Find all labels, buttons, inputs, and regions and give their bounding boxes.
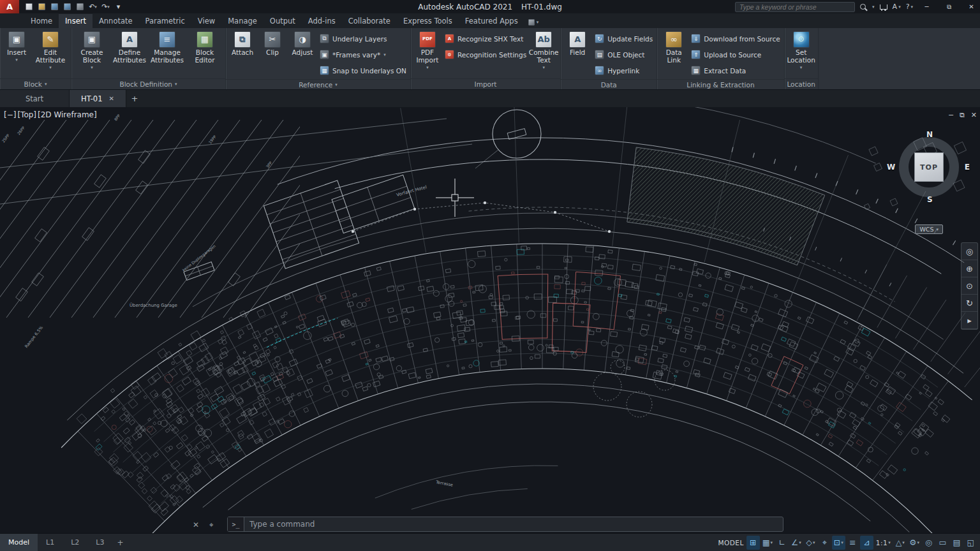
showmotion-icon[interactable]: ▸ xyxy=(961,312,977,329)
pan-icon[interactable]: ⊕ xyxy=(961,260,977,277)
ole-object-button[interactable]: ▤ OLE Object xyxy=(595,47,653,62)
ribbon-tab-featured-apps[interactable]: Featured Apps xyxy=(459,14,524,28)
layout-tab-l2[interactable]: L2 xyxy=(63,534,87,551)
ribbon-tab-home[interactable]: Home xyxy=(24,14,59,28)
layout-tab-l1[interactable]: L1 xyxy=(38,534,63,551)
viewport-minimize-button[interactable]: ─ xyxy=(949,111,953,119)
save-button[interactable] xyxy=(49,2,60,11)
update-fields-button[interactable]: ↻ Update Fields xyxy=(595,31,653,46)
redo-button[interactable]: ↷▾ xyxy=(100,2,111,11)
create-block-button[interactable]: ▣ Create Block ▾ xyxy=(74,30,110,78)
command-customize-icon[interactable]: ⌖ xyxy=(209,520,214,529)
units-badge[interactable]: ▭ xyxy=(936,536,949,550)
viewport-restore-button[interactable]: ⧉ xyxy=(960,111,965,119)
panel-title-reference[interactable]: Reference▾ xyxy=(226,79,410,89)
pdf-import-button[interactable]: PDF PDF Import ▾ xyxy=(413,30,442,78)
panel-title-linking-extraction[interactable]: Linking & Extraction xyxy=(657,79,783,89)
osnap-tracking-toggle[interactable]: ⌖ xyxy=(818,536,831,550)
attach-button[interactable]: ⧉ Attach xyxy=(228,30,256,79)
ribbon-tab-manage[interactable]: Manage xyxy=(221,14,264,28)
set-location-button[interactable]: ⊙ Set Location ▾ xyxy=(787,30,815,78)
dynamic-input-toggle[interactable]: ⊿ xyxy=(860,536,873,550)
new-layout-button[interactable]: + xyxy=(112,538,128,547)
layout-tab-l3[interactable]: L3 xyxy=(87,534,112,551)
plot-button[interactable] xyxy=(75,2,85,11)
layout-tab-model[interactable]: Model xyxy=(0,534,38,551)
sign-in-button[interactable]: ▾ xyxy=(871,4,875,10)
command-close-icon[interactable]: ✕ xyxy=(193,520,199,529)
viewcube[interactable]: N W E S TOP xyxy=(895,133,963,202)
app-store-cart-icon[interactable] xyxy=(880,4,887,10)
viewcube-west[interactable]: W xyxy=(887,163,895,172)
object-snap-toggle[interactable]: ⊡▾ xyxy=(832,536,845,550)
hyperlink-button[interactable]: ∞ Hyperlink xyxy=(595,63,653,78)
wcs-selector[interactable]: WCS ▾ xyxy=(915,224,943,234)
ribbon-tab-add-ins[interactable]: Add-ins xyxy=(302,14,342,28)
viewport-view-control[interactable]: [Top] xyxy=(17,110,36,119)
graphics-performance-toggle[interactable]: ▤ xyxy=(950,536,963,550)
panel-title-block-definition[interactable]: Block Definition▾ xyxy=(71,78,225,89)
viewport-close-button[interactable]: ✕ xyxy=(971,111,977,119)
edit-attribute-button[interactable]: ✎ Edit Attribute ▾ xyxy=(33,30,68,78)
manage-attributes-button[interactable]: ≡ Manage Attributes xyxy=(149,30,185,78)
annotation-autoscale-toggle[interactable]: △▾ xyxy=(893,536,907,550)
save-as-button[interactable] xyxy=(62,2,73,11)
ribbon-tab-express-tools[interactable]: Express Tools xyxy=(397,14,459,28)
orbit-icon[interactable]: ↻ xyxy=(961,295,977,312)
ribbon-tab-view[interactable]: View xyxy=(191,14,221,28)
file-tab-doc[interactable]: HT-01 ✕ xyxy=(70,90,126,107)
ribbon-tab-output[interactable]: Output xyxy=(264,14,302,28)
ribbon-tab-collaborate[interactable]: Collaborate xyxy=(342,14,397,28)
qat-customize-button[interactable]: ▾ xyxy=(113,2,124,11)
close-tab-icon[interactable]: ✕ xyxy=(109,95,114,102)
insert-block-button[interactable]: ▣ Insert ▾ xyxy=(3,30,31,78)
ribbon-tab-insert[interactable]: Insert xyxy=(59,14,93,28)
command-prompt-icon[interactable]: >_ xyxy=(228,517,244,531)
panel-title-data[interactable]: Data xyxy=(561,79,657,89)
close-button[interactable]: ✕ xyxy=(963,0,980,13)
ribbon-tab-annotate[interactable]: Annotate xyxy=(93,14,139,28)
viewcube-south[interactable]: S xyxy=(927,195,933,204)
drawing-canvas[interactable]: Vorfahrt HotelÜberdachung GarageRampe 6,… xyxy=(0,107,980,533)
upload-to-source-button[interactable]: ⇑ Upload to Source xyxy=(691,47,780,62)
recognize-shx-text-button[interactable]: A Recognize SHX Text xyxy=(445,31,526,46)
viewport-collapse-control[interactable]: [−] xyxy=(4,110,16,119)
workspace-switch[interactable]: ⚙▾ xyxy=(907,536,921,550)
viewport-style-control[interactable]: [2D Wireframe] xyxy=(38,110,97,119)
panel-title-block[interactable]: Block▾ xyxy=(0,78,71,89)
viewcube-top-face[interactable]: TOP xyxy=(914,152,944,182)
autocad-logo-icon[interactable]: A xyxy=(0,0,19,13)
minimize-button[interactable]: ─ xyxy=(918,0,935,13)
underlay-layers-button[interactable]: ⧉ Underlay Layers xyxy=(320,31,406,46)
isometric-drafting-toggle[interactable]: ◇▾ xyxy=(804,536,817,550)
help-button[interactable]: ? ▾ xyxy=(906,3,913,11)
restore-button[interactable]: ⧉ xyxy=(940,0,958,13)
open-file-button[interactable] xyxy=(36,2,47,11)
autodesk-apps-button[interactable]: A ▾ xyxy=(893,3,901,11)
command-input[interactable] xyxy=(244,520,783,529)
extract-data-button[interactable]: ▦ Extract Data xyxy=(691,63,780,78)
grid-toggle[interactable]: ⊞ xyxy=(746,536,760,550)
new-tab-button[interactable]: + xyxy=(126,90,143,107)
search-icon[interactable] xyxy=(860,4,866,10)
panel-title-import[interactable]: Import xyxy=(411,78,560,89)
undo-button[interactable]: ↶▾ xyxy=(87,2,98,11)
ribbon-tab-parametric[interactable]: Parametric xyxy=(139,14,191,28)
search-input[interactable] xyxy=(735,2,855,12)
zoom-icon[interactable]: ⊙ xyxy=(961,277,977,295)
define-attributes-button[interactable]: A Define Attributes xyxy=(112,30,147,78)
annotation-scale-badge[interactable]: 1:1▾ xyxy=(874,536,893,550)
polar-tracking-toggle[interactable]: ∠▾ xyxy=(789,536,803,550)
block-editor-button[interactable]: ▦ Block Editor xyxy=(187,30,223,78)
snap-to-underlays-button[interactable]: ▦ Snap to Underlays ON xyxy=(320,63,406,78)
snap-mode-toggle[interactable]: ▦▾ xyxy=(761,536,775,550)
clip-button[interactable]: ✂ Clip xyxy=(258,30,286,79)
annotation-monitor-toggle[interactable]: ◎ xyxy=(922,536,935,550)
new-file-button[interactable] xyxy=(24,2,34,11)
field-button[interactable]: A Field xyxy=(563,30,591,79)
adjust-button[interactable]: ◑ Adjust xyxy=(288,30,316,79)
recognition-settings-button[interactable]: ⚙ Recognition Settings xyxy=(445,47,526,62)
clean-screen-toggle[interactable]: ◱ xyxy=(964,536,977,550)
ortho-toggle[interactable]: ∟ xyxy=(775,536,789,550)
frames-vary-button[interactable]: ▣ *Frames vary* ▾ xyxy=(320,47,406,62)
